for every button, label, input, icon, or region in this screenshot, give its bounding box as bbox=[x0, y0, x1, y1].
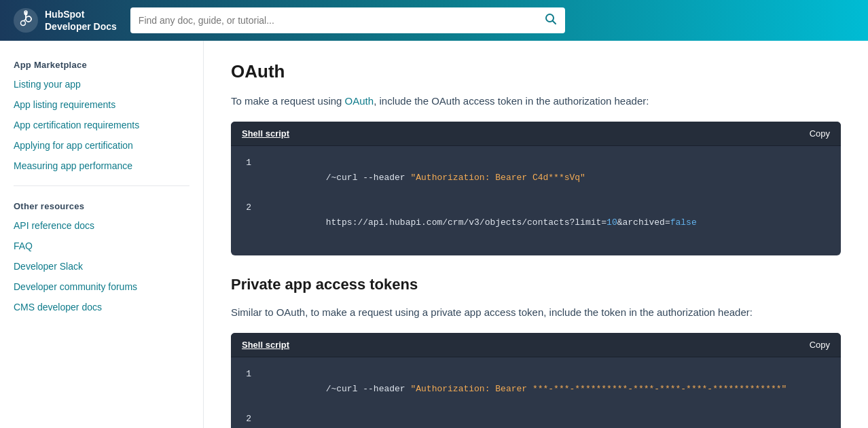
sidebar-item-faq[interactable]: FAQ bbox=[0, 236, 203, 256]
sidebar-item-developer-community-forums[interactable]: Developer community forums bbox=[0, 277, 203, 297]
search-button[interactable] bbox=[545, 13, 557, 29]
copy-button-oauth[interactable]: Copy bbox=[810, 128, 830, 139]
main-content: OAuth To make a request using OAuth, inc… bbox=[204, 41, 868, 428]
svg-line-7 bbox=[553, 21, 556, 24]
line-number-1: 1 bbox=[242, 156, 251, 171]
copy-button-private[interactable]: Copy bbox=[810, 340, 830, 350]
search-input[interactable] bbox=[139, 15, 545, 26]
logo-text: HubSpot Developer Docs bbox=[45, 8, 117, 33]
sidebar-item-developer-slack[interactable]: Developer Slack bbox=[0, 256, 203, 277]
search-bar[interactable] bbox=[130, 7, 565, 33]
layout: App Marketplace Listing your app App lis… bbox=[0, 41, 868, 428]
oauth-link[interactable]: OAuth bbox=[345, 95, 374, 107]
line-code-4: https://api.hubapi.com/crm/v3/objects/co… bbox=[262, 412, 697, 428]
sidebar-item-listing-your-app[interactable]: Listing your app bbox=[0, 74, 203, 94]
oauth-intro: To make a request using OAuth, include t… bbox=[231, 93, 841, 109]
sidebar-section-other-resources: Other resources bbox=[0, 196, 203, 215]
sidebar-item-cms-developer-docs[interactable]: CMS developer docs bbox=[0, 297, 203, 317]
line-code-3: /~curl --header "Authorization: Bearer *… bbox=[262, 367, 786, 412]
code-block-private-header: Shell script Copy bbox=[231, 333, 841, 357]
sidebar-divider bbox=[14, 185, 189, 186]
oauth-heading: OAuth bbox=[231, 61, 841, 82]
line-number-3: 1 bbox=[242, 367, 251, 382]
code-line-3: 1 /~curl --header "Authorization: Bearer… bbox=[242, 367, 830, 412]
logo: HubSpot Developer Docs bbox=[14, 8, 117, 33]
sidebar-item-measuring-performance[interactable]: Measuring app performance bbox=[0, 156, 203, 176]
hubspot-logo-icon bbox=[14, 8, 38, 33]
code-body-oauth: 1 /~curl --header "Authorization: Bearer… bbox=[231, 146, 841, 255]
header: HubSpot Developer Docs bbox=[0, 0, 868, 41]
sidebar-item-api-reference-docs[interactable]: API reference docs bbox=[0, 215, 203, 236]
code-block-oauth: Shell script Copy 1 /~curl --header "Aut… bbox=[231, 122, 841, 255]
sidebar-item-app-certification-requirements[interactable]: App certification requirements bbox=[0, 115, 203, 135]
code-line-4: 2 https://api.hubapi.com/crm/v3/objects/… bbox=[242, 412, 830, 428]
code-lang-oauth[interactable]: Shell script bbox=[242, 128, 289, 139]
sidebar-item-app-listing-requirements[interactable]: App listing requirements bbox=[0, 94, 203, 115]
code-line-2: 2 https://api.hubapi.com/crm/v3/objects/… bbox=[242, 200, 830, 245]
sidebar-item-applying-for-certification[interactable]: Applying for app certification bbox=[0, 135, 203, 156]
code-body-private: 1 /~curl --header "Authorization: Bearer… bbox=[231, 357, 841, 428]
sidebar-section-app-marketplace: App Marketplace bbox=[0, 54, 203, 74]
private-app-heading: Private app access tokens bbox=[231, 276, 841, 293]
code-block-private-app: Shell script Copy 1 /~curl --header "Aut… bbox=[231, 333, 841, 428]
private-app-intro: Similar to OAuth, to make a request usin… bbox=[231, 304, 841, 321]
code-block-oauth-header: Shell script Copy bbox=[231, 122, 841, 146]
code-line-1: 1 /~curl --header "Authorization: Bearer… bbox=[242, 156, 830, 200]
line-code-1: /~curl --header "Authorization: Bearer C… bbox=[262, 156, 585, 200]
code-lang-private[interactable]: Shell script bbox=[242, 340, 289, 350]
sidebar: App Marketplace Listing your app App lis… bbox=[0, 41, 204, 428]
line-number-4: 2 bbox=[242, 412, 251, 427]
line-number-2: 2 bbox=[242, 200, 251, 215]
line-code-2: https://api.hubapi.com/crm/v3/objects/co… bbox=[262, 200, 697, 245]
search-icon bbox=[545, 13, 557, 25]
